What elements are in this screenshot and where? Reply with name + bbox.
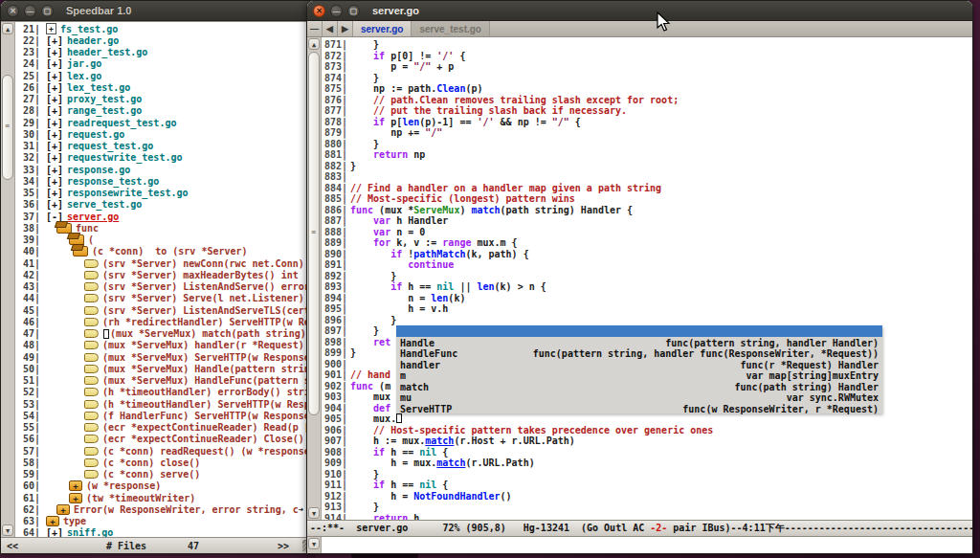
- item-label[interactable]: (srv *Server) newConn(rwc net.Conn) (: [102, 258, 316, 269]
- tag-icon[interactable]: [84, 435, 99, 443]
- speedbar-item[interactable]: 58|(c *conn) close(): [15, 457, 316, 468]
- code-line[interactable]: 894| n = len(k): [322, 293, 972, 304]
- speedbar-item[interactable]: 40|(c *conn) to (srv *Server): [15, 246, 316, 257]
- speedbar-item[interactable]: 52|(h *timeoutHandler) errorBody() strin…: [15, 387, 316, 398]
- expand-icon[interactable]: [+]: [46, 165, 63, 175]
- maximize-icon[interactable]: ▢: [41, 5, 54, 17]
- expand-icon[interactable]: [+]: [46, 152, 63, 163]
- tag-icon[interactable]: [84, 388, 99, 396]
- item-label[interactable]: (mux *ServeMux) handler(r *Request) H: [102, 340, 316, 350]
- autocomplete-candidate[interactable]: mvar map[string]muxEntry: [396, 369, 882, 381]
- item-label[interactable]: (srv *Server) Serve(l net.Listener) e: [102, 293, 316, 303]
- code-line[interactable]: 871| }: [322, 39, 972, 51]
- scroll-up-icon[interactable]: ▲: [2, 23, 13, 34]
- code-line[interactable]: 913| }: [322, 502, 972, 513]
- code-line[interactable]: 880| }: [322, 139, 972, 150]
- speedbar-item[interactable]: 38|func: [15, 222, 316, 234]
- expand-icon[interactable]: [+]: [46, 47, 63, 57]
- speedbar-item[interactable]: 21|+fs_test.go: [15, 23, 316, 34]
- code-line[interactable]: 908| if h == nil {: [322, 447, 972, 458]
- code-line[interactable]: 876| // path.Clean removes trailing slas…: [322, 95, 972, 106]
- speedbar-item[interactable]: 24|[+]jar.go: [15, 58, 316, 70]
- code-line[interactable]: 905| mux.: [322, 413, 972, 425]
- close-icon[interactable]: ✕: [313, 5, 325, 17]
- expand-icon[interactable]: [+]: [46, 141, 63, 151]
- speedbar-item[interactable]: 22|[+]header.go: [15, 34, 316, 46]
- code-line[interactable]: 887| var h Handler: [322, 215, 972, 227]
- expand-icon[interactable]: [+]: [46, 35, 63, 46]
- code-line[interactable]: 891| continue: [322, 259, 972, 271]
- item-label[interactable]: (ecr *expectContinueReader) Read(p []: [102, 422, 316, 433]
- code-line[interactable]: 907| h := mux.match(r.Host + r.URL.Path): [322, 435, 972, 447]
- item-label[interactable]: serve_test.go: [67, 199, 142, 210]
- item-label[interactable]: (ecr *expectContinueReader) Close() e: [102, 434, 316, 444]
- speedbar-item[interactable]: 64|[+]sniff.go: [15, 527, 316, 537]
- tab-serve-test-go[interactable]: serve_test.go: [412, 21, 489, 36]
- expand-icon[interactable]: [+]: [46, 58, 63, 69]
- tag-icon[interactable]: [84, 447, 99, 456]
- tag-icon[interactable]: [84, 365, 99, 373]
- code-line[interactable]: 872| if p[0] != '/' {: [322, 51, 972, 62]
- speedbar-item[interactable]: 33|[+]response.go: [15, 164, 316, 175]
- speedbar-item[interactable]: 59|(c *conn) serve(): [15, 469, 316, 480]
- editor-titlebar[interactable]: ✕ — ▢ server.go: [307, 1, 972, 21]
- tab-collapse-button[interactable]: —: [307, 21, 323, 36]
- closed-group-icon[interactable]: +: [46, 516, 59, 526]
- code-line[interactable]: 909| h = mux.match(r.URL.Path): [322, 458, 972, 469]
- tag-icon[interactable]: [84, 282, 99, 291]
- item-label[interactable]: fs_test.go: [60, 24, 118, 34]
- code-line[interactable]: 877| // put the trailing slash back if n…: [322, 105, 972, 117]
- speedbar-item[interactable]: 56|(ecr *expectContinueReader) Close() e…: [15, 434, 316, 445]
- speedbar-item[interactable]: 45|(srv *Server) ListenAndServeTLS(certF…: [15, 304, 316, 316]
- item-label[interactable]: Error(w ResponseWriter, error string, c: [74, 504, 299, 515]
- speedbar-item[interactable]: 57|(c *conn) readRequest() (w *response,…: [15, 445, 316, 457]
- code-line[interactable]: 895| h = v.h: [322, 303, 972, 315]
- tab-back-icon[interactable]: ◀: [323, 21, 338, 36]
- item-label[interactable]: (c *conn) serve(): [102, 469, 200, 480]
- item-label[interactable]: response_test.go: [67, 176, 159, 187]
- item-label[interactable]: readrequest_test.go: [67, 118, 176, 128]
- code-line[interactable]: 885|// Most-specific (longest) pattern w…: [322, 193, 972, 205]
- minibuffer[interactable]: ▼: [307, 537, 972, 553]
- speedbar-item[interactable]: 29|[+]readrequest_test.go: [15, 117, 316, 128]
- scroll-up-icon[interactable]: ▲: [308, 38, 320, 50]
- autocomplete-candidate[interactable]: muvar sync.RWMutex: [396, 391, 882, 403]
- code-line[interactable]: 889| for k, v := range mux.m {: [322, 237, 972, 249]
- tag-icon[interactable]: [84, 318, 99, 326]
- code-line[interactable]: 896| }: [322, 315, 972, 326]
- tag-icon[interactable]: [84, 400, 99, 409]
- tag-icon[interactable]: [84, 306, 99, 315]
- expand-icon[interactable]: [+]: [46, 105, 63, 116]
- code-line[interactable]: 875| np := path.Clean(p): [322, 83, 972, 95]
- maximize-icon[interactable]: ▢: [347, 5, 360, 17]
- code-line[interactable]: 910| }: [322, 469, 972, 480]
- code-line[interactable]: 882|}: [322, 161, 972, 172]
- item-label[interactable]: range_test.go: [67, 105, 142, 116]
- speedbar-item[interactable]: 39|(: [15, 234, 316, 246]
- code-line[interactable]: 879| np += "/": [322, 127, 972, 139]
- code-line[interactable]: 886|func (mux *ServeMux) match(path stri…: [322, 205, 972, 216]
- item-label[interactable]: (mux *ServeMux) HandleFunc(pattern st: [102, 375, 316, 386]
- minimize-icon[interactable]: —: [330, 5, 343, 17]
- item-label[interactable]: request_test.go: [67, 141, 153, 151]
- item-label[interactable]: response.go: [67, 165, 130, 175]
- speedbar-item[interactable]: 32|[+]requestwrite_test.go: [15, 152, 316, 164]
- minimize-icon[interactable]: —: [24, 5, 36, 17]
- scroll-down-icon[interactable]: ▼: [308, 507, 320, 519]
- tag-icon[interactable]: [84, 271, 99, 279]
- item-label[interactable]: type: [63, 516, 86, 526]
- code-line[interactable]: 874| }: [322, 73, 972, 84]
- speedbar-item[interactable]: 30|[+]request.go: [15, 128, 316, 140]
- closed-group-icon[interactable]: +: [69, 480, 82, 491]
- code-line[interactable]: 914| return h: [322, 513, 972, 521]
- item-label[interactable]: server.go: [67, 212, 119, 222]
- tag-icon[interactable]: [84, 353, 99, 362]
- item-label[interactable]: jar.go: [67, 58, 101, 69]
- item-label[interactable]: sniff.go: [67, 527, 113, 537]
- item-label[interactable]: (: [88, 234, 94, 245]
- item-label[interactable]: (h *timeoutHandler) errorBody() strin: [102, 387, 316, 397]
- scroll-down-icon[interactable]: ▼: [2, 525, 13, 536]
- code-line[interactable]: 892| }: [322, 271, 972, 282]
- speedbar-item[interactable]: 53|(h *timeoutHandler) ServeHTTP(w Respo…: [15, 398, 316, 410]
- autocomplete-candidate[interactable]: Handlefunc(pattern string, handler Handl…: [396, 337, 882, 348]
